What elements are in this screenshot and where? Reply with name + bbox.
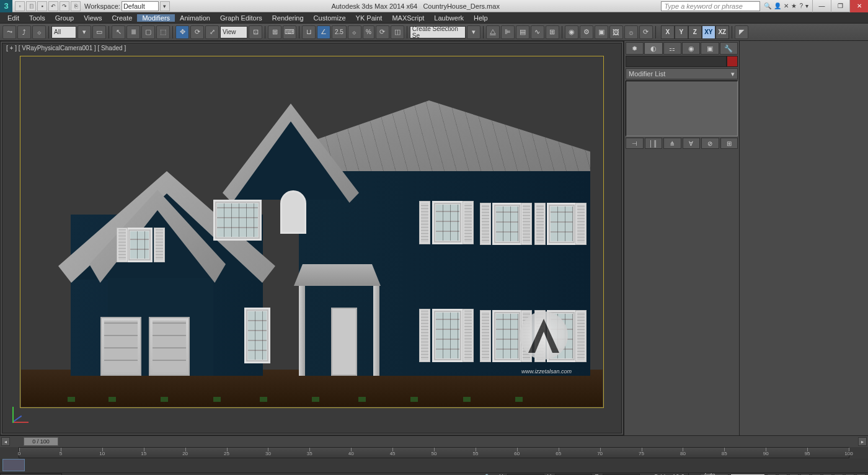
menu-grapheditors[interactable]: Graph Editors bbox=[215, 14, 267, 22]
menu-animation[interactable]: Animation bbox=[175, 14, 215, 22]
modifier-list-combo[interactable]: Modifier List▾ bbox=[626, 68, 738, 79]
new-icon[interactable]: ▫ bbox=[15, 1, 25, 11]
menu-maxscript[interactable]: MAXScript bbox=[387, 14, 429, 22]
object-name-row bbox=[626, 56, 738, 67]
render-frame-icon[interactable]: ▣ bbox=[595, 25, 608, 39]
axis-y[interactable]: Y bbox=[675, 25, 688, 39]
menu-create[interactable]: Create bbox=[107, 14, 137, 22]
object-name-input[interactable] bbox=[626, 56, 727, 67]
menu-group[interactable]: Group bbox=[50, 14, 79, 22]
menu-ykpaint[interactable]: YK Paint bbox=[351, 14, 388, 22]
extra-tool-icon[interactable]: ◤ bbox=[735, 25, 748, 39]
paint-select-icon[interactable]: ⬚ bbox=[156, 25, 170, 39]
menu-modifiers[interactable]: Modifiers bbox=[137, 14, 175, 22]
render-setup-icon[interactable]: ⚙ bbox=[580, 25, 593, 39]
ref-coord-combo[interactable]: View bbox=[220, 26, 247, 38]
select-link-icon[interactable]: ⤳ bbox=[2, 25, 16, 39]
time-ruler[interactable]: 0510152025303540455055606570758085909510… bbox=[19, 447, 849, 458]
infocenter-icons: 🔍 👤 ✕ ★ ? ▾ bbox=[760, 2, 812, 9]
dropdown-icon[interactable]: ▾ bbox=[805, 2, 808, 9]
render-iter-icon[interactable]: ⟳ bbox=[639, 25, 653, 39]
open-icon[interactable]: ⌸ bbox=[26, 1, 36, 11]
modify-tab-icon[interactable]: ◐ bbox=[644, 42, 662, 55]
display-tab-icon[interactable]: ▣ bbox=[701, 42, 719, 55]
sets-icon[interactable]: ⊞ bbox=[720, 138, 738, 149]
redo-icon[interactable]: ↷ bbox=[60, 1, 69, 11]
menu-rendering[interactable]: Rendering bbox=[267, 14, 309, 22]
show-end-icon[interactable]: │║ bbox=[645, 138, 663, 149]
search-input[interactable]: Type a keyword or phrase bbox=[661, 1, 760, 11]
utilities-tab-icon[interactable]: 🔧 bbox=[720, 42, 738, 55]
material-editor-icon[interactable]: ◉ bbox=[565, 25, 578, 39]
save-icon[interactable]: ▪ bbox=[37, 1, 47, 11]
select-region-icon[interactable]: ▢ bbox=[141, 25, 155, 39]
pin-stack-icon[interactable]: ⊣ bbox=[626, 138, 644, 149]
minimize-button[interactable]: — bbox=[812, 0, 831, 12]
edged-faces-icon[interactable]: ◫ bbox=[391, 25, 404, 39]
menu-laubwerk[interactable]: Laubwerk bbox=[429, 14, 469, 22]
favorite-icon[interactable]: ★ bbox=[791, 2, 797, 9]
snap-toggle-icon[interactable]: ⊔ bbox=[302, 25, 316, 39]
menu-tools[interactable]: Tools bbox=[24, 14, 50, 22]
select-name-icon[interactable]: ≣ bbox=[126, 25, 140, 39]
snap-value[interactable]: 2.5 bbox=[332, 25, 347, 39]
hierarchy-tab-icon[interactable]: ⚏ bbox=[663, 42, 681, 55]
modifier-stack[interactable] bbox=[626, 81, 738, 136]
object-color-swatch[interactable] bbox=[727, 56, 738, 67]
filter-dropdown-icon[interactable]: ▾ bbox=[78, 25, 91, 39]
workspace-combo[interactable]: Default bbox=[122, 1, 159, 11]
unlink-icon[interactable]: ⤴ bbox=[17, 25, 31, 39]
app-icon[interactable]: 3 bbox=[0, 0, 12, 12]
undo-icon[interactable]: ↶ bbox=[48, 1, 58, 11]
spinner-snap-icon[interactable]: ⟳ bbox=[376, 25, 389, 39]
window-crossing-icon[interactable]: ▭ bbox=[92, 25, 106, 39]
viewport-label[interactable]: [ + ] [ VRayPhysicalCamera001 ] [ Shaded… bbox=[6, 45, 126, 51]
align-icon[interactable]: ⊫ bbox=[501, 25, 515, 39]
link-icon[interactable]: ⎘ bbox=[71, 1, 81, 11]
rotate-icon[interactable]: ⟳ bbox=[190, 25, 204, 39]
mirror-icon[interactable]: ⧋ bbox=[486, 25, 500, 39]
angle-snap-icon[interactable]: ∠ bbox=[317, 25, 330, 39]
axis-z[interactable]: Z bbox=[688, 25, 702, 39]
configure-icon[interactable]: ⊘ bbox=[701, 138, 719, 149]
time-slider-handle[interactable]: 0 / 100 bbox=[24, 437, 58, 446]
menu-views[interactable]: Views bbox=[79, 14, 107, 22]
axis-xz[interactable]: XZ bbox=[715, 25, 729, 39]
axis-x[interactable]: X bbox=[661, 25, 675, 39]
bind-icon[interactable]: ⟐ bbox=[32, 25, 46, 39]
scale-icon[interactable]: ⤢ bbox=[205, 25, 219, 39]
keyboard-shortcut-icon[interactable]: ⌨ bbox=[283, 25, 296, 39]
close-button[interactable]: ✕ bbox=[849, 0, 868, 12]
create-tab-icon[interactable]: ✹ bbox=[626, 42, 644, 55]
menu-customize[interactable]: Customize bbox=[309, 14, 351, 22]
percent-snap-icon[interactable]: ⟐ bbox=[348, 25, 361, 39]
manipulate-icon[interactable]: ⊞ bbox=[268, 25, 281, 39]
render-prod-icon[interactable]: ☼ bbox=[624, 25, 638, 39]
time-prev-icon[interactable]: ◂ bbox=[1, 437, 10, 446]
remove-mod-icon[interactable]: ∀ bbox=[683, 138, 701, 149]
workspace-more-icon[interactable]: ▾ bbox=[160, 1, 170, 11]
viewport[interactable]: [ + ] [ VRayPhysicalCamera001 ] [ Shaded… bbox=[2, 43, 622, 433]
use-center-icon[interactable]: ⊡ bbox=[249, 25, 262, 39]
select-object-icon[interactable]: ↖ bbox=[112, 25, 125, 39]
exchange-icon[interactable]: ✕ bbox=[784, 2, 789, 9]
move-icon[interactable]: ✥ bbox=[175, 25, 189, 39]
menu-help[interactable]: Help bbox=[469, 14, 493, 22]
help-icon[interactable]: ? bbox=[799, 2, 803, 9]
axis-xy[interactable]: XY bbox=[702, 25, 715, 39]
schematic-icon[interactable]: ⊞ bbox=[546, 25, 559, 39]
selection-dropdown-icon[interactable]: ▾ bbox=[467, 25, 480, 39]
curve-editor-icon[interactable]: ∿ bbox=[531, 25, 544, 39]
motion-tab-icon[interactable]: ◉ bbox=[682, 42, 700, 55]
render-icon[interactable]: 🖼 bbox=[609, 25, 623, 39]
time-next-icon[interactable]: ▸ bbox=[858, 437, 867, 446]
layers-icon[interactable]: ▤ bbox=[516, 25, 529, 39]
signin-icon[interactable]: 👤 bbox=[774, 2, 781, 9]
selection-filter-combo[interactable]: All bbox=[51, 26, 76, 38]
unique-icon[interactable]: ⋔ bbox=[663, 138, 681, 149]
maximize-button[interactable]: ❐ bbox=[831, 0, 849, 12]
track-thumb[interactable] bbox=[2, 459, 25, 471]
search-go-icon[interactable]: 🔍 bbox=[764, 2, 771, 9]
menu-edit[interactable]: Edit bbox=[2, 14, 24, 22]
named-selection-combo[interactable]: Create Selection Se bbox=[410, 26, 466, 38]
